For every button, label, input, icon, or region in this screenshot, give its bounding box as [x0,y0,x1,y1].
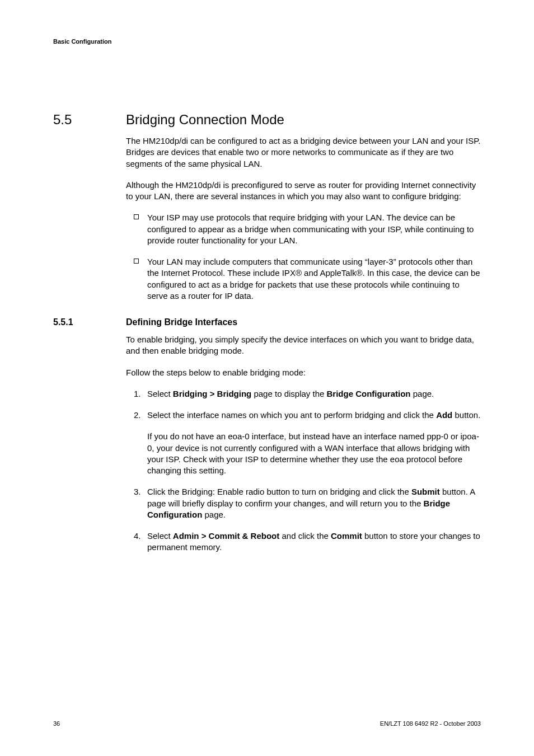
section-para-1: The HM210dp/di can be configured to act … [126,135,481,170]
step-3: Click the Bridging: Enable radio button … [126,486,481,520]
section-heading: 5.5 Bridging Connection Mode [53,112,481,128]
section-number: 5.5 [53,112,126,128]
section-para-2: Although the HM210dp/di is preconfigured… [126,180,481,203]
step-2-text-a: Select the interface names on which you … [147,410,436,420]
section-body: The HM210dp/di can be configured to act … [126,135,481,302]
page-number: 36 [53,720,60,727]
step-4-bold-1: Admin > Commit & Reboot [173,531,279,541]
step-3-text-a: Click the Bridging: Enable radio button … [147,487,411,496]
page: Basic Configuration 5.5 Bridging Connect… [0,0,534,756]
subsection-title: Defining Bridge Interfaces [126,317,237,327]
step-2-bold-1: Add [436,410,452,420]
step-1: Select Bridging > Bridging page to displ… [126,388,481,400]
step-4-bold-2: Commit [331,531,362,541]
section-bullet-list: Your ISP may use protocols that require … [126,212,481,302]
step-3-text-c: page. [202,510,226,519]
section-bullet-1: Your ISP may use protocols that require … [126,212,481,246]
step-2-text-b: button. [452,410,480,420]
subsection-body: To enable bridging, you simply specify t… [126,334,481,553]
section-title: Bridging Connection Mode [126,112,284,128]
subsection-para-1: To enable bridging, you simply specify t… [126,334,481,357]
subsection-heading: 5.5.1 Defining Bridge Interfaces [53,317,481,327]
subsection-number: 5.5.1 [53,317,126,327]
page-footer: 36 EN/LZT 108 6492 R2 - October 2003 [53,720,481,727]
step-1-text-a: Select [147,389,173,398]
step-1-bold-2: Bridge Configuration [327,389,411,398]
running-header: Basic Configuration [53,38,481,45]
step-2-note: If you do not have an eoa-0 interface, b… [147,431,481,476]
step-1-text-c: page. [411,389,434,398]
step-4-text-b: and click the [279,531,331,541]
step-4-text-a: Select [147,531,173,541]
step-4: Select Admin > Commit & Reboot and click… [126,530,481,553]
step-2: Select the interface names on which you … [126,410,481,476]
step-1-text-b: page to display the [251,389,326,398]
step-3-bold-1: Submit [411,487,440,496]
subsection-para-2: Follow the steps below to enable bridgin… [126,367,481,378]
section-bullet-2: Your LAN may include computers that comm… [126,256,481,302]
step-1-bold-1: Bridging > Bridging [173,389,251,398]
steps-list: Select Bridging > Bridging page to displ… [126,388,481,553]
document-id: EN/LZT 108 6492 R2 - October 2003 [380,720,481,727]
